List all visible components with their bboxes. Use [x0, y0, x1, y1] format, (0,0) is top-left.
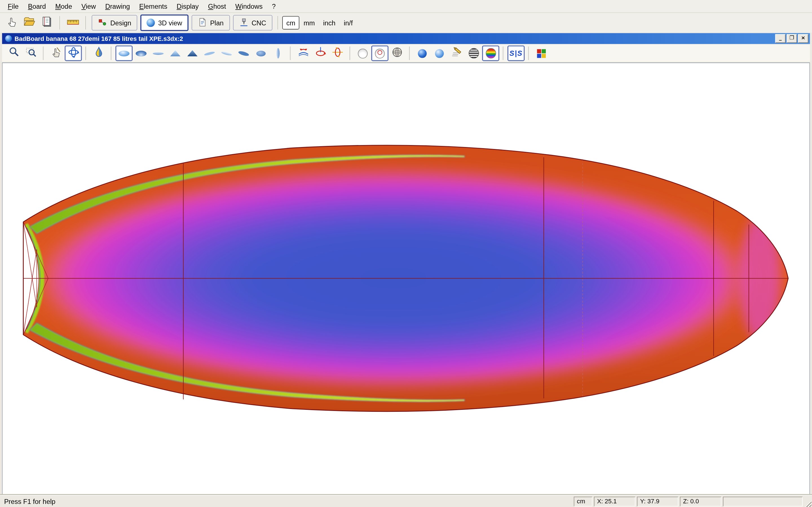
- hand-icon: [6, 15, 18, 30]
- status-unit-field: cm: [574, 496, 592, 506]
- document-title-bar[interactable]: BadBoard banana 68 27demi 167 85 litres …: [2, 33, 810, 44]
- wireframe-globe-button[interactable]: [389, 46, 406, 61]
- tile-windows-button[interactable]: [533, 46, 550, 61]
- plan-document-icon: [198, 17, 207, 29]
- cnc-mode-button[interactable]: CNC: [233, 15, 272, 31]
- curvature-ss-button[interactable]: S|S: [507, 46, 525, 61]
- main-toolbar: Design 3D view Plan CNC cm mm inch in/f: [0, 13, 812, 33]
- menu-view[interactable]: View: [77, 1, 100, 12]
- cnc-mode-label: CNC: [252, 19, 266, 27]
- render-plain-button[interactable]: [354, 46, 371, 61]
- rotate-z-button[interactable]: [312, 46, 329, 61]
- texture-paint-button[interactable]: [448, 46, 465, 61]
- toolbar-separator: [350, 47, 351, 60]
- view-bottom-icon: [136, 50, 147, 56]
- slice-diagonal2-icon: [221, 51, 232, 56]
- view-front-icon: [170, 50, 181, 56]
- notebook-icon: [41, 15, 53, 30]
- toolbar-separator: [43, 47, 44, 60]
- view-back-icon: [187, 50, 198, 56]
- document-title: BadBoard banana 68 27demi 167 85 litres …: [14, 35, 774, 42]
- board-3d-canvas[interactable]: [2, 62, 810, 496]
- menu-file[interactable]: File: [3, 1, 23, 12]
- menu-drawing[interactable]: Drawing: [101, 1, 135, 12]
- rainbow-sphere-button[interactable]: [482, 46, 499, 61]
- render-marker-icon: [375, 48, 385, 58]
- measurements-button[interactable]: [38, 14, 56, 31]
- zoom-window-button[interactable]: [22, 46, 40, 61]
- application-window: File Board Mode View Drawing Elements Di…: [0, 0, 812, 507]
- view-side-button[interactable]: [150, 46, 167, 61]
- flip-view-icon: [297, 46, 309, 60]
- slice-filled-button[interactable]: [235, 46, 252, 61]
- status-help-text: Press F1 for help: [4, 497, 56, 505]
- status-bar: Press F1 for help cm X: 25.1 Y: 37.9 Z: …: [0, 495, 812, 507]
- pan-hand-button[interactable]: [48, 46, 65, 61]
- menu-board[interactable]: Board: [23, 1, 51, 12]
- toolbar-separator: [409, 47, 410, 60]
- status-extra-field: [723, 496, 803, 506]
- menu-ghost[interactable]: Ghost: [203, 1, 231, 12]
- menu-mode[interactable]: Mode: [50, 1, 77, 12]
- slice-diagonal-icon: [204, 51, 215, 56]
- toolbar-separator: [86, 47, 87, 60]
- menu-help[interactable]: ?: [267, 1, 280, 12]
- view-toolbar: S|S: [2, 45, 810, 62]
- rotate-view-button[interactable]: [65, 46, 82, 61]
- view-bottom-button[interactable]: [133, 46, 150, 61]
- board-surface: [23, 145, 788, 411]
- color-button[interactable]: [90, 46, 107, 61]
- render-marker-button[interactable]: [371, 46, 389, 61]
- view-top-button[interactable]: [116, 46, 133, 61]
- menu-display[interactable]: Display: [172, 1, 203, 12]
- minimize-button[interactable]: _: [775, 34, 786, 43]
- toolbar-separator: [528, 47, 529, 60]
- design-mode-label: Design: [110, 19, 131, 27]
- zoom-button[interactable]: [5, 46, 22, 61]
- sphere-dark-icon: [418, 49, 426, 58]
- board-render: [3, 63, 809, 495]
- cnc-machine-icon: [239, 17, 248, 29]
- threed-view-mode-label: 3D view: [158, 19, 182, 27]
- design-mode-button[interactable]: Design: [92, 15, 137, 31]
- view-top-icon: [119, 50, 130, 56]
- rotate-x-icon: [331, 46, 344, 60]
- menu-bar: File Board Mode View Drawing Elements Di…: [0, 0, 812, 13]
- menu-elements[interactable]: Elements: [135, 1, 172, 12]
- sphere-3d-icon: [147, 18, 155, 27]
- view-side-icon: [153, 52, 164, 55]
- close-button[interactable]: ×: [798, 34, 808, 43]
- unit-cm-button[interactable]: cm: [282, 16, 299, 30]
- plan-mode-button[interactable]: Plan: [192, 15, 230, 31]
- slice-diagonal2-button[interactable]: [218, 46, 235, 61]
- sphere-dark-button[interactable]: [414, 46, 431, 61]
- zebra-sphere-button[interactable]: [465, 46, 482, 61]
- toolbar-separator: [503, 47, 504, 60]
- unit-inch-button[interactable]: inch: [319, 16, 340, 30]
- flip-view-button[interactable]: [295, 46, 312, 61]
- rotate-x-button[interactable]: [329, 46, 346, 61]
- resize-grip[interactable]: [804, 499, 812, 507]
- menu-windows[interactable]: Windows: [231, 1, 267, 12]
- color-drop-icon: [93, 46, 105, 60]
- toolbar-separator: [59, 16, 61, 30]
- texture-paint-icon: [450, 46, 463, 60]
- sphere-light-button[interactable]: [431, 46, 448, 61]
- unit-inf-button[interactable]: in/f: [340, 16, 357, 30]
- slice-diagonal-button[interactable]: [201, 46, 218, 61]
- render-plain-icon: [358, 48, 368, 58]
- ruler-button[interactable]: [64, 14, 82, 31]
- view-front-button[interactable]: [167, 46, 184, 61]
- blob-view-button[interactable]: [252, 46, 269, 61]
- select-hand-button[interactable]: [3, 14, 20, 31]
- wireframe-globe-icon: [391, 46, 403, 60]
- view-back-button[interactable]: [184, 46, 201, 61]
- restore-button[interactable]: ❐: [786, 34, 797, 43]
- toolbar-separator: [86, 16, 87, 30]
- slice-filled-icon: [238, 50, 250, 57]
- open-file-button[interactable]: [20, 14, 38, 31]
- toolbar-separator: [111, 47, 112, 60]
- unit-mm-button[interactable]: mm: [299, 16, 319, 30]
- cross-section-button[interactable]: [269, 46, 287, 61]
- threed-view-mode-button[interactable]: 3D view: [141, 14, 188, 31]
